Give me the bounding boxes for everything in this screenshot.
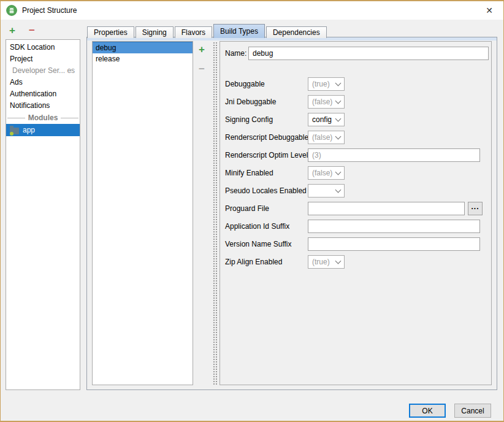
- form-row-zip-align-enabled: Zip Align Enabled(true): [220, 255, 491, 269]
- name-row: Name:: [220, 47, 491, 60]
- build-type-form: Name: Debuggable(true)Jni Debuggable(fal…: [220, 41, 492, 385]
- name-label: Name:: [225, 47, 246, 60]
- chevron-down-icon: [335, 116, 342, 122]
- dropdown-value: (false): [312, 98, 336, 106]
- sidebar-nav: SDK LocationProjectDeveloper Ser... esAd…: [6, 39, 80, 390]
- window-title: Project Structure: [22, 6, 77, 15]
- sidebar-item-ads[interactable]: Ads: [6, 77, 80, 88]
- dropdown-value: (true): [312, 258, 336, 266]
- add-build-type-button[interactable]: +: [196, 44, 207, 55]
- field-label: Minify Enabled: [225, 166, 273, 180]
- field-label: Application Id Suffix: [225, 220, 289, 233]
- form-row-pseudo-locales-enabled: Pseudo Locales Enabled: [220, 184, 491, 198]
- form-row-application-id-suffix: Application Id Suffix: [220, 220, 491, 233]
- chevron-down-icon: [335, 169, 342, 175]
- separator-label: Modules: [25, 113, 61, 122]
- sidebar-item-authentication[interactable]: Authentication: [6, 88, 80, 100]
- proguard-file-browse-button[interactable]: ...: [468, 202, 483, 215]
- tab-build-types[interactable]: Build Types: [213, 24, 265, 38]
- separator-line: [7, 118, 25, 118]
- ok-button[interactable]: OK: [409, 404, 446, 418]
- field-label: Renderscript Optim Level: [225, 148, 308, 162]
- debuggable-dropdown[interactable]: (true): [308, 77, 345, 91]
- sidebar-item-notifications[interactable]: Notifications: [6, 100, 80, 112]
- build-type-row[interactable]: release: [93, 53, 193, 65]
- remove-button[interactable]: −: [26, 25, 37, 36]
- form-rows: Debuggable(true)Jni Debuggable(false)Sig…: [220, 77, 491, 273]
- sidebar-item-sdk-location[interactable]: SDK Location: [6, 42, 80, 53]
- separator-line: [61, 118, 78, 118]
- sidebar-item-app[interactable]: app: [6, 124, 80, 136]
- application-id-suffix-input[interactable]: [308, 220, 480, 233]
- tab-properties[interactable]: Properties: [87, 26, 134, 38]
- field-label: Proguard File: [225, 202, 269, 215]
- form-row-proguard-file: Proguard File...: [220, 202, 491, 215]
- sidebar-separator-modules: Modules: [7, 112, 78, 123]
- chevron-down-icon: [335, 98, 342, 104]
- tab-dependencies[interactable]: Dependencies: [266, 26, 327, 38]
- form-row-version-name-suffix: Version Name Suffix: [220, 237, 491, 251]
- build-types-panel: debugrelease + − Name: Debuggable(true)J…: [86, 37, 497, 390]
- title-bar: Project Structure ✕: [1, 1, 503, 20]
- build-type-row[interactable]: debug: [93, 42, 193, 53]
- pseudo-locales-enabled-dropdown[interactable]: [308, 184, 345, 198]
- tab-flavors[interactable]: Flavors: [175, 26, 212, 38]
- chevron-down-icon: [335, 187, 342, 193]
- form-row-renderscript-debuggable: Renderscript Debuggable(false): [220, 131, 491, 144]
- sidebar-toolbar: + −: [7, 25, 37, 36]
- build-type-list: debugrelease: [92, 41, 193, 385]
- tab-signing[interactable]: Signing: [136, 26, 174, 38]
- zip-align-enabled-dropdown[interactable]: (true): [308, 255, 345, 269]
- project-structure-dialog: Project Structure ✕ + − SDK LocationProj…: [0, 0, 504, 422]
- version-name-suffix-input[interactable]: [308, 237, 480, 251]
- form-row-renderscript-optim-level: Renderscript Optim Level: [220, 148, 491, 162]
- jni-debuggable-dropdown[interactable]: (false): [308, 95, 345, 109]
- cancel-button[interactable]: Cancel: [454, 404, 491, 418]
- form-row-signing-config: Signing Configconfig: [220, 113, 491, 126]
- chevron-down-icon: [335, 80, 342, 86]
- field-label: Version Name Suffix: [225, 237, 292, 251]
- form-row-jni-debuggable: Jni Debuggable(false): [220, 95, 491, 109]
- close-icon[interactable]: ✕: [479, 1, 500, 20]
- form-row-debuggable: Debuggable(true): [220, 77, 491, 91]
- form-row-minify-enabled: Minify Enabled(false): [220, 166, 491, 180]
- field-label: Debuggable: [225, 77, 265, 91]
- field-label: Renderscript Debuggable: [225, 131, 308, 144]
- name-input[interactable]: [248, 47, 489, 60]
- field-label: Pseudo Locales Enabled: [225, 184, 307, 198]
- dropdown-value: config: [312, 115, 336, 124]
- signing-config-dropdown[interactable]: config: [308, 113, 345, 126]
- field-label: Jni Debuggable: [225, 95, 276, 109]
- field-label: Signing Config: [225, 113, 273, 126]
- chevron-down-icon: [335, 258, 342, 264]
- field-label: Zip Align Enabled: [225, 255, 282, 269]
- sidebar-item-project[interactable]: Project: [6, 53, 80, 65]
- add-button[interactable]: +: [7, 25, 18, 36]
- sidebar-item-developer-ser-es[interactable]: Developer Ser... es: [6, 65, 80, 77]
- android-studio-icon: [6, 5, 17, 16]
- remove-build-type-button[interactable]: −: [196, 63, 207, 74]
- sidebar-item-label: app: [23, 124, 35, 136]
- renderscript-optim-level-input[interactable]: [308, 148, 480, 162]
- tab-bar: PropertiesSigningFlavorsBuild TypesDepen…: [87, 24, 328, 38]
- dropdown-value: (false): [312, 169, 336, 177]
- splitter-handle[interactable]: [212, 41, 218, 385]
- chevron-down-icon: [335, 134, 342, 140]
- build-type-toolbar: + −: [196, 44, 207, 74]
- dropdown-value: (false): [312, 133, 336, 142]
- dropdown-value: (true): [312, 80, 336, 88]
- renderscript-debuggable-dropdown[interactable]: (false): [308, 131, 345, 144]
- minify-enabled-dropdown[interactable]: (false): [308, 166, 345, 180]
- proguard-file-input[interactable]: [308, 202, 465, 215]
- android-module-folder-icon: [10, 128, 19, 134]
